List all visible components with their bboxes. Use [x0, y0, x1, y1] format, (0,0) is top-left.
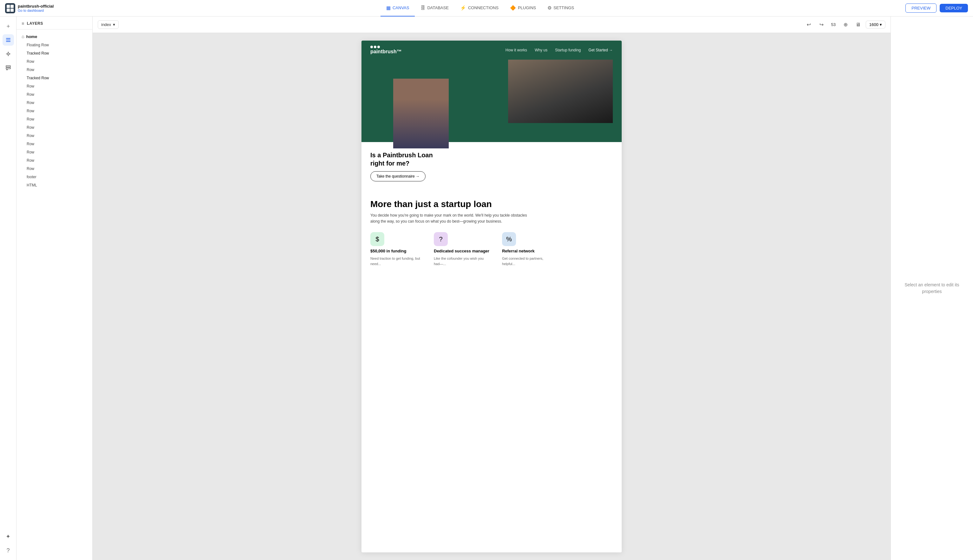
manager-label: Dedicated success manager	[434, 248, 489, 253]
tab-plugins-label: PLUGINS	[518, 5, 536, 10]
svg-rect-10	[6, 70, 8, 70]
funding-desc: Need traction to get funding, but need..…	[370, 256, 421, 267]
nav-startup-funding[interactable]: Startup funding	[555, 48, 581, 52]
tab-connections[interactable]: ⚡ CONNECTIONS	[455, 0, 504, 17]
questionnaire-button[interactable]: Take the questionnaire →	[370, 171, 426, 182]
layer-item-4[interactable]: Tracked Row	[17, 74, 92, 82]
chevron-down-icon-2: ▾	[880, 22, 882, 27]
preview-button[interactable]: PREVIEW	[905, 3, 936, 13]
deploy-button[interactable]: DEPLOY	[940, 4, 968, 12]
referral-icon: %	[502, 232, 516, 246]
layer-item-9[interactable]: Row	[17, 115, 92, 123]
hero-right-image	[508, 60, 613, 123]
canvas-area: index ▾ ↩ ↪ 53 ⊕ 🖥 1600 ▾	[93, 17, 891, 560]
layer-item-16[interactable]: footer	[17, 173, 92, 181]
nav-how-it-works[interactable]: How it works	[505, 48, 527, 52]
add-icon-btn[interactable]: ＋	[3, 20, 14, 32]
properties-panel: Select an element to edit its properties	[891, 17, 973, 560]
width-selector[interactable]: 1600 ▾	[866, 21, 885, 28]
feature-funding: $ $50,000 in funding Need traction to ge…	[370, 232, 421, 267]
layer-item-5[interactable]: Row	[17, 82, 92, 90]
big-description: You decide how you're going to make your…	[370, 212, 529, 225]
nav-tabs: ▦ CANVAS 🗄 DATABASE ⚡ CONNECTIONS 🔶 PLUG…	[62, 0, 898, 17]
fit-screen-button[interactable]: ⊕	[840, 20, 851, 30]
feature-manager: ? Dedicated success manager Like the cof…	[434, 232, 489, 267]
tab-canvas[interactable]: ▦ CANVAS	[381, 0, 415, 17]
layer-item-14[interactable]: Row	[17, 156, 92, 165]
plugins-icon: 🔶	[510, 5, 516, 11]
tab-database-label: DATABASE	[427, 5, 448, 10]
layers-panel: ≡ LAYERS ⌂ home Floating RowTracked RowR…	[17, 17, 93, 560]
tab-database[interactable]: 🗄 DATABASE	[415, 0, 454, 17]
redo-button[interactable]: ↪	[816, 20, 826, 30]
svg-rect-2	[6, 41, 10, 42]
nav-get-started[interactable]: Get Started →	[588, 48, 613, 52]
database-icon: 🗄	[420, 5, 425, 10]
layer-item-6[interactable]: Row	[17, 90, 92, 98]
home-icon: ⌂	[22, 34, 24, 39]
layers-tree: ⌂ home Floating RowTracked RowRowRowTrac…	[17, 30, 92, 560]
help-icon-btn[interactable]: ?	[3, 545, 14, 556]
hero-card-section: Is a Paintbrush Loanright for me? Take t…	[370, 151, 613, 182]
layer-item-7[interactable]: Row	[17, 98, 92, 107]
data-icon-btn[interactable]	[3, 62, 14, 73]
toolbar-actions: ↩ ↪ 53 ⊕ 🖥 1600 ▾	[804, 20, 885, 30]
tab-settings-label: SETTINGS	[553, 5, 574, 10]
layers-panel-label: LAYERS	[27, 21, 43, 26]
connections-icon: ⚡	[460, 5, 466, 11]
svg-point-3	[7, 53, 9, 55]
properties-placeholder: Select an element to edit its properties	[891, 275, 973, 301]
layer-item-10[interactable]: Row	[17, 123, 92, 132]
layer-item-1[interactable]: Tracked Row	[17, 49, 92, 57]
layer-item-12[interactable]: Row	[17, 140, 92, 148]
canvas-toolbar: index ▾ ↩ ↪ 53 ⊕ 🖥 1600 ▾	[93, 17, 891, 33]
layers-header-icon: ≡	[22, 21, 24, 26]
site-nav-links: How it works Why us Startup funding Get …	[505, 48, 613, 52]
hero-card-text: Is a Paintbrush Loanright for me? Take t…	[370, 151, 433, 182]
layer-item-11[interactable]: Row	[17, 132, 92, 140]
app-title: paintbrush-official	[18, 4, 53, 8]
logo-text: paintbrush-official Go to dashboard	[18, 4, 53, 12]
site-logo: paintbrush™	[370, 49, 402, 55]
device-toggle-button[interactable]: 🖥	[853, 20, 863, 30]
layer-item-2[interactable]: Row	[17, 57, 92, 66]
tab-canvas-label: CANVAS	[393, 5, 410, 10]
tab-settings[interactable]: ⚙ SETTINGS	[542, 0, 580, 17]
layer-item-8[interactable]: Row	[17, 107, 92, 115]
hero-left-image	[393, 78, 449, 148]
funding-icon: $	[370, 232, 385, 246]
feature-referral: % Referral network Get connected to part…	[502, 232, 553, 267]
layer-item-15[interactable]: Row	[17, 165, 92, 173]
top-nav: paintbrush-official Go to dashboard ▦ CA…	[0, 0, 973, 17]
layer-home[interactable]: ⌂ home	[17, 32, 92, 41]
big-section: More than just a startup loan You decide…	[370, 190, 613, 273]
layer-item-17[interactable]: HTML	[17, 181, 92, 189]
funding-label: $50,000 in funding	[370, 248, 421, 253]
main-layout: ＋ ✦ ?	[0, 17, 973, 560]
canvas-scroll[interactable]: paintbrush™ How it works Why us Startup …	[93, 33, 891, 560]
layers-icon-btn[interactable]	[3, 34, 14, 46]
nav-actions: PREVIEW DEPLOY	[898, 3, 968, 13]
layer-item-0[interactable]: Floating Row	[17, 41, 92, 49]
dashboard-link[interactable]: Go to dashboard	[18, 8, 53, 12]
components-icon-btn[interactable]	[3, 48, 14, 60]
manager-icon: ?	[434, 232, 448, 246]
nav-why-us[interactable]: Why us	[535, 48, 547, 52]
referral-desc: Get connected to partners, helpful...	[502, 256, 553, 267]
site-content: Is a Paintbrush Loanright for me? Take t…	[361, 142, 622, 282]
magic-icon-btn[interactable]: ✦	[3, 531, 14, 542]
app-logo: paintbrush-official Go to dashboard	[5, 3, 62, 13]
app-logo-icon	[5, 3, 15, 13]
chevron-down-icon: ▾	[113, 22, 115, 27]
svg-rect-0	[6, 38, 10, 39]
layers-header: ≡ LAYERS	[17, 17, 92, 30]
logo-dots	[370, 46, 402, 48]
page-label: index	[101, 22, 111, 27]
tab-plugins[interactable]: 🔶 PLUGINS	[504, 0, 542, 17]
hero-card-title: Is a Paintbrush Loanright for me?	[370, 151, 433, 167]
big-title: More than just a startup loan	[370, 199, 613, 209]
layer-item-3[interactable]: Row	[17, 66, 92, 74]
page-selector[interactable]: index ▾	[98, 20, 119, 29]
undo-button[interactable]: ↩	[804, 20, 814, 30]
layer-item-13[interactable]: Row	[17, 148, 92, 156]
